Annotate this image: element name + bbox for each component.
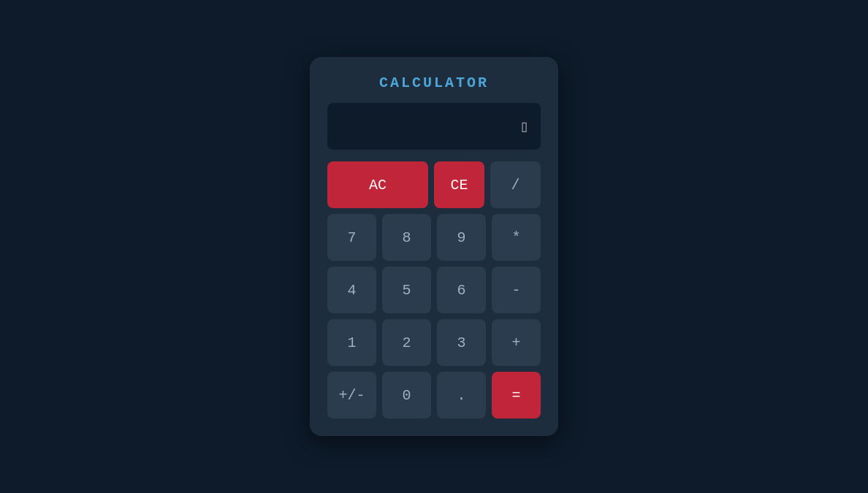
button-row-4: 1 2 3 + <box>327 319 541 366</box>
calculator-title: CALCULATOR <box>327 74 541 91</box>
button-grid: AC CE / 7 8 9 * 4 5 6 - 1 2 3 + +/- 0 <box>327 161 541 419</box>
multiply-button[interactable]: * <box>492 214 541 261</box>
calculator-display: ▯ <box>327 103 541 150</box>
subtract-button[interactable]: - <box>492 267 541 313</box>
one-button[interactable]: 1 <box>327 319 376 366</box>
zero-button[interactable]: 0 <box>382 372 431 419</box>
button-row-5: +/- 0 . = <box>327 372 541 419</box>
nine-button[interactable]: 9 <box>437 214 486 261</box>
three-button[interactable]: 3 <box>437 319 486 366</box>
button-row-3: 4 5 6 - <box>327 267 541 313</box>
toggle-sign-button[interactable]: +/- <box>327 372 376 419</box>
button-row-2: 7 8 9 * <box>327 214 541 261</box>
five-button[interactable]: 5 <box>382 267 431 313</box>
two-button[interactable]: 2 <box>382 319 431 366</box>
calculator: CALCULATOR ▯ AC CE / 7 8 9 * 4 5 6 - 1 2 <box>310 57 558 436</box>
seven-button[interactable]: 7 <box>327 214 376 261</box>
cursor-icon: ▯ <box>519 117 529 137</box>
add-button[interactable]: + <box>492 319 541 366</box>
divide-button[interactable]: / <box>490 161 541 208</box>
four-button[interactable]: 4 <box>327 267 376 313</box>
equals-button[interactable]: = <box>492 372 541 419</box>
eight-button[interactable]: 8 <box>382 214 431 261</box>
ce-button[interactable]: CE <box>434 161 484 208</box>
ac-button[interactable]: AC <box>327 161 428 208</box>
six-button[interactable]: 6 <box>437 267 486 313</box>
decimal-button[interactable]: . <box>437 372 486 419</box>
button-row-1: AC CE / <box>327 161 541 208</box>
